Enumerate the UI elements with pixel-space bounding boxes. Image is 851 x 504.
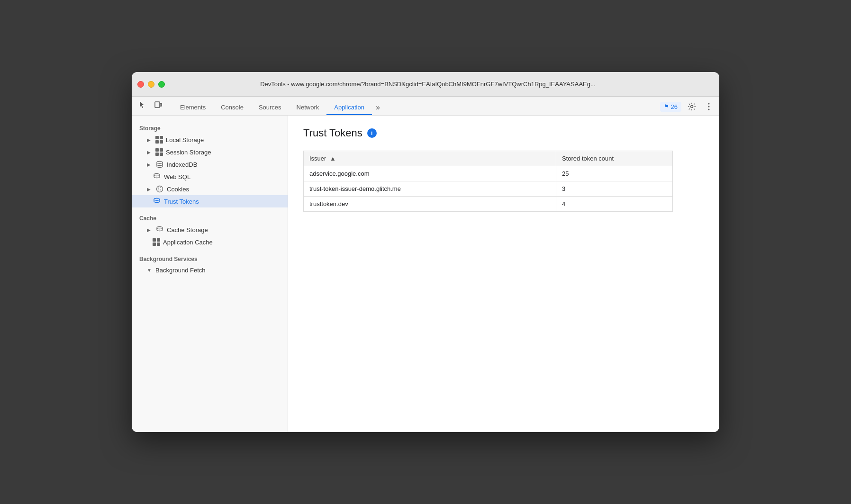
svg-point-12	[158, 189, 158, 190]
main-content: Storage ▶ Local Storage ▶ Session Storag…	[132, 116, 719, 432]
svg-rect-0	[155, 102, 160, 108]
main-panel: Trust Tokens i Issuer ▲ Stored token cou…	[288, 116, 719, 432]
trust-tokens-icon	[153, 198, 161, 205]
session-storage-icon	[155, 148, 163, 156]
tabbar: Elements Console Sources Network Applica…	[132, 97, 719, 116]
sidebar-item-application-cache[interactable]: Application Cache	[132, 236, 288, 248]
cache-section-label: Cache	[132, 211, 288, 224]
cursor-icon[interactable]	[136, 98, 149, 111]
col-header-count[interactable]: Stored token count	[556, 151, 673, 166]
tab-application[interactable]: Application	[326, 100, 372, 115]
web-sql-icon	[153, 173, 161, 180]
svg-point-4	[708, 106, 710, 108]
cookies-icon	[155, 185, 164, 193]
sort-arrow-icon: ▲	[330, 155, 336, 162]
expand-arrow-icon: ▶	[147, 162, 153, 167]
devtools-window: DevTools - www.google.com/chrome/?brand=…	[132, 72, 719, 432]
svg-point-9	[158, 188, 159, 189]
sidebar: Storage ▶ Local Storage ▶ Session Storag…	[132, 116, 288, 432]
expand-arrow-icon: ▶	[147, 227, 153, 233]
app-cache-icon	[153, 238, 160, 246]
tab-elements[interactable]: Elements	[172, 100, 213, 115]
tab-right-actions: ⚑ 26	[660, 100, 715, 115]
window-title: DevTools - www.google.com/chrome/?brand=…	[142, 81, 714, 88]
svg-point-10	[160, 187, 161, 188]
expand-arrow-icon: ▶	[147, 137, 153, 143]
count-cell: 3	[556, 181, 673, 197]
sidebar-item-trust-tokens[interactable]: Trust Tokens	[132, 195, 288, 207]
indexeddb-icon	[155, 161, 164, 168]
device-toggle-icon[interactable]	[152, 98, 165, 111]
svg-point-8	[157, 186, 163, 192]
sidebar-item-background-fetch[interactable]: ▼ Background Fetch	[132, 264, 288, 276]
sidebar-item-web-sql[interactable]: Web SQL	[132, 171, 288, 183]
svg-point-5	[708, 109, 710, 110]
sidebar-item-indexeddb[interactable]: ▶ IndexedDB	[132, 158, 288, 171]
count-cell: 4	[556, 197, 673, 212]
expand-arrow-icon: ▼	[147, 268, 153, 273]
panel-title-area: Trust Tokens i	[303, 127, 704, 139]
col-header-issuer[interactable]: Issuer ▲	[304, 151, 556, 166]
tab-console[interactable]: Console	[213, 100, 251, 115]
svg-point-13	[154, 198, 160, 201]
trust-tokens-table: Issuer ▲ Stored token count adservice.go…	[303, 151, 673, 212]
sidebar-item-session-storage[interactable]: ▶ Session Storage	[132, 146, 288, 158]
issuer-cell: trusttoken.dev	[304, 197, 556, 212]
count-cell: 25	[556, 166, 673, 181]
issues-icon: ⚑	[664, 103, 669, 110]
svg-point-11	[160, 189, 161, 190]
settings-icon[interactable]	[685, 100, 698, 113]
titlebar: DevTools - www.google.com/chrome/?brand=…	[132, 72, 719, 97]
expand-arrow-icon: ▶	[147, 150, 153, 155]
svg-point-3	[708, 103, 710, 105]
expand-arrow-icon: ▶	[147, 187, 153, 192]
sidebar-item-cookies[interactable]: ▶ Cookies	[132, 183, 288, 195]
tab-icon-group	[136, 98, 165, 115]
background-services-section-label: Background Services	[132, 252, 288, 264]
storage-section-label: Storage	[132, 121, 288, 134]
svg-point-6	[157, 162, 163, 164]
svg-point-2	[691, 106, 693, 108]
table-row[interactable]: adservice.google.com25	[304, 166, 673, 181]
table-row[interactable]: trust-token-issuer-demo.glitch.me3	[304, 181, 673, 197]
sidebar-item-local-storage[interactable]: ▶ Local Storage	[132, 134, 288, 146]
kebab-menu-icon[interactable]	[702, 100, 715, 113]
issuer-cell: adservice.google.com	[304, 166, 556, 181]
svg-point-7	[154, 174, 160, 176]
table-row[interactable]: trusttoken.dev4	[304, 197, 673, 212]
sidebar-item-cache-storage[interactable]: ▶ Cache Storage	[132, 224, 288, 236]
issues-badge-button[interactable]: ⚑ 26	[660, 102, 681, 112]
info-icon[interactable]: i	[367, 128, 377, 138]
panel-title-text: Trust Tokens	[303, 127, 362, 139]
local-storage-icon	[155, 136, 163, 144]
tab-sources[interactable]: Sources	[251, 100, 289, 115]
svg-rect-1	[160, 103, 162, 106]
more-tabs-button[interactable]: »	[372, 100, 384, 115]
issuer-cell: trust-token-issuer-demo.glitch.me	[304, 181, 556, 197]
tab-network[interactable]: Network	[289, 100, 327, 115]
cache-storage-icon	[155, 226, 164, 234]
svg-point-14	[157, 227, 163, 229]
